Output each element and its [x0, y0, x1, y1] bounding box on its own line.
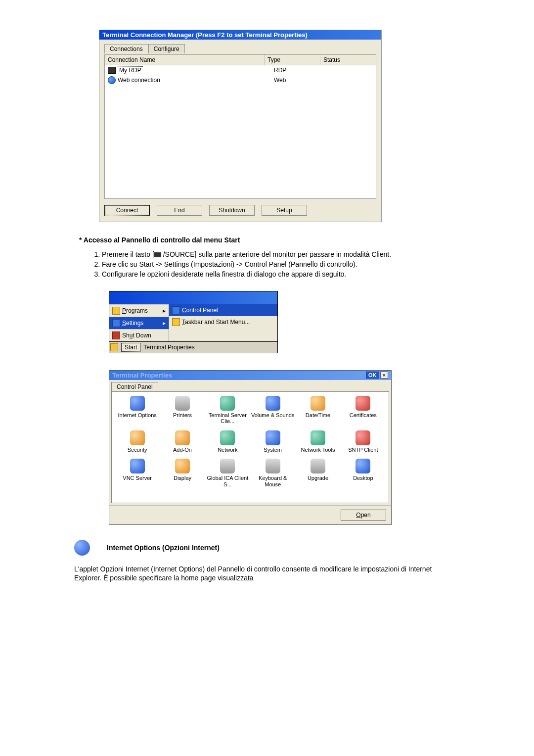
end-button[interactable]: End	[157, 205, 202, 216]
control-panel-item[interactable]: Network Tools	[295, 430, 340, 453]
tab-control-panel[interactable]: Control Panel	[111, 382, 158, 391]
cp-item-label: VNC Server	[115, 475, 160, 481]
cp-item-icon	[266, 459, 280, 473]
cp-item-icon	[175, 430, 190, 445]
cp-item-label: SNTP Client	[341, 447, 386, 453]
shutdown-icon	[112, 331, 120, 339]
control-panel-item[interactable]: Printers	[160, 396, 205, 425]
terminal-connection-manager-window: Terminal Connection Manager (Press F2 to…	[99, 30, 382, 222]
chevron-right-icon: ▸	[163, 307, 166, 314]
web-icon	[108, 76, 116, 84]
control-panel-item[interactable]: Terminal Server Clie...	[205, 396, 250, 425]
cp-item-label: Volume & Sounds	[250, 412, 295, 419]
cp-item-label: Printers	[160, 412, 205, 419]
cp-item-label: Network Tools	[295, 447, 340, 453]
programs-icon	[112, 307, 120, 315]
internet-options-paragraph: L'applet Opzioni Internet (Internet Opti…	[74, 565, 455, 582]
connection-type: Web	[274, 77, 323, 84]
cp-item-label: Upgrade	[295, 475, 340, 481]
source-key-icon	[154, 252, 161, 257]
start-item-settings[interactable]: Settings ▸	[109, 317, 169, 329]
cp-item-label: Desktop	[341, 475, 386, 481]
taskbar-icon	[172, 318, 180, 326]
control-panel-item[interactable]: Display	[160, 459, 205, 487]
submenu-control-panel[interactable]: Control Panel	[169, 304, 277, 316]
col-header-type[interactable]: Type	[265, 55, 320, 65]
control-panel-item[interactable]: Security	[115, 430, 160, 453]
cp-item-icon	[130, 430, 145, 445]
control-panel-icon	[172, 306, 180, 314]
cp-item-label: Security	[115, 447, 160, 453]
control-panel-item[interactable]: Global ICA Client S...	[205, 459, 250, 487]
cp-item-icon	[266, 430, 280, 445]
control-panel-item[interactable]: System	[250, 430, 295, 453]
cp-item-label: System	[250, 447, 295, 453]
taskbar-task[interactable]: Terminal Properties	[143, 344, 194, 351]
cp-item-icon	[356, 396, 370, 411]
connect-button[interactable]: Connect	[104, 205, 150, 216]
step-item: Premere il tasto [ /SOURCE] sulla parte …	[102, 250, 455, 259]
cp-item-label: Certificates	[341, 412, 386, 419]
internet-options-heading: Internet Options (Opzioni Internet)	[107, 544, 220, 552]
step-item: Configurare le opzioni desiderate nella …	[102, 270, 455, 279]
connection-row[interactable]: My RDP RDP	[105, 65, 376, 75]
cp-window-title: Terminal Properties	[112, 372, 172, 379]
cp-item-icon	[311, 459, 325, 473]
cp-item-icon	[220, 396, 235, 411]
cp-item-icon	[220, 430, 235, 445]
rdp-icon	[108, 67, 116, 74]
cp-item-icon	[356, 430, 370, 445]
chevron-right-icon: ▸	[163, 320, 166, 327]
cp-item-label: Display	[160, 475, 205, 481]
control-panel-item[interactable]: Keyboard & Mouse	[250, 459, 295, 487]
start-menu-banner	[109, 291, 277, 304]
cp-item-icon	[311, 396, 325, 411]
cp-item-label: Internet Options	[115, 412, 160, 419]
tab-configure[interactable]: Configure	[148, 44, 185, 53]
cp-item-label: Keyboard & Mouse	[250, 475, 295, 487]
control-panel-item[interactable]: Network	[205, 430, 250, 453]
control-panel-item[interactable]: VNC Server	[115, 459, 160, 487]
taskbar: Start Terminal Properties	[109, 341, 277, 353]
connection-row[interactable]: Web connection Web	[105, 75, 376, 85]
tab-connections[interactable]: Connections	[104, 44, 148, 53]
control-panel-item[interactable]: Date/Time	[295, 396, 340, 425]
tcm-title-bar: Terminal Connection Manager (Press F2 to…	[99, 30, 381, 40]
cp-item-icon	[311, 430, 325, 445]
control-panel-item[interactable]: SNTP Client	[341, 430, 386, 453]
ok-button[interactable]: OK	[366, 372, 379, 378]
col-header-name[interactable]: Connection Name	[105, 55, 265, 65]
cp-item-label: Terminal Server Clie...	[205, 412, 250, 425]
control-panel-grid: Internet OptionsPrintersTerminal Server …	[112, 392, 389, 503]
control-panel-item[interactable]: Add-On	[160, 430, 205, 453]
col-header-status[interactable]: Status	[320, 55, 376, 65]
tcm-list-panel: Connection Name Type Status My RDP RDP	[104, 54, 376, 199]
control-panel-item[interactable]: Desktop	[341, 459, 386, 487]
connection-name: My RDP	[118, 66, 143, 74]
start-item-shutdown[interactable]: Shut Down	[109, 329, 169, 341]
start-item-programs[interactable]: Programs ▸	[109, 304, 169, 317]
connection-type: RDP	[274, 67, 323, 74]
connection-name: Web connection	[118, 77, 160, 84]
control-panel-item[interactable]: Upgrade	[295, 459, 340, 487]
cp-item-icon	[266, 396, 280, 411]
steps-list: Premere il tasto [ /SOURCE] sulla parte …	[94, 250, 455, 279]
close-button[interactable]: ×	[380, 372, 388, 378]
start-flag-icon	[110, 343, 118, 351]
settings-icon	[112, 319, 120, 327]
cp-item-label: Network	[205, 447, 250, 453]
terminal-properties-window: Terminal Properties OK × Control Panel I…	[109, 370, 392, 525]
cp-item-icon	[220, 459, 235, 473]
control-panel-item[interactable]: Certificates	[341, 396, 386, 425]
cp-item-icon	[130, 396, 145, 411]
shutdown-button[interactable]: Shutdown	[209, 205, 255, 216]
step-item: Fare clic su Start -> Settings (Impostaz…	[102, 260, 455, 269]
start-button[interactable]: Start	[121, 343, 140, 352]
control-panel-item[interactable]: Internet Options	[115, 396, 160, 425]
internet-options-icon	[74, 540, 90, 556]
cp-item-label: Global ICA Client S...	[205, 475, 250, 487]
control-panel-item[interactable]: Volume & Sounds	[250, 396, 295, 425]
open-button[interactable]: Open	[341, 510, 386, 520]
submenu-taskbar-start[interactable]: Taskbar and Start Menu...	[169, 316, 277, 328]
setup-button[interactable]: Setup	[262, 205, 307, 216]
